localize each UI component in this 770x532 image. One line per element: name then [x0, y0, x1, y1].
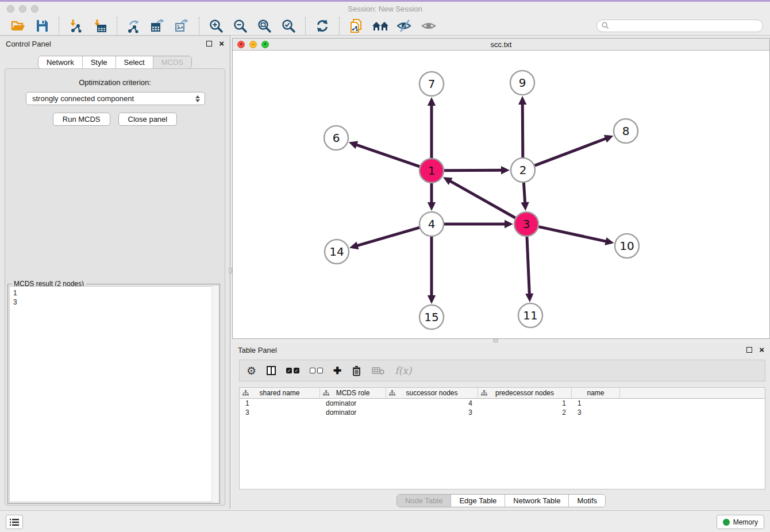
open-session-icon[interactable] — [9, 18, 26, 34]
cell-name[interactable]: 1 — [572, 399, 620, 408]
float-panel-icon[interactable] — [206, 41, 212, 47]
zoom-out-icon[interactable] — [232, 18, 249, 34]
edge-2-8[interactable] — [535, 138, 607, 165]
run-mcds-button[interactable]: Run MCDS — [53, 113, 110, 126]
edge-arrowhead-1-4 — [428, 202, 436, 211]
delete-table-icon — [372, 367, 384, 375]
column-header-shared-name[interactable]: shared name — [240, 388, 320, 398]
float-table-panel-icon[interactable] — [746, 347, 752, 353]
search-input[interactable] — [612, 21, 763, 31]
cell-predecessor-nodes[interactable]: 2 — [478, 408, 572, 417]
cell-successor-nodes[interactable]: 4 — [386, 399, 478, 408]
edge-arrowhead-3-10 — [605, 237, 614, 245]
export-network-icon[interactable] — [125, 18, 143, 34]
cell-predecessor-nodes[interactable]: 1 — [478, 399, 572, 408]
edge-4-14[interactable] — [357, 228, 419, 246]
network-window-titlebar[interactable]: × − + scc.txt — [233, 38, 769, 51]
table-header-row: shared nameMCDS rolesuccessor nodesprede… — [240, 388, 765, 399]
deselect-all-columns-icon[interactable] — [310, 368, 323, 373]
cell-successor-nodes[interactable]: 3 — [386, 408, 478, 417]
edge-3-10[interactable] — [538, 227, 606, 242]
result-scrollbar[interactable] — [211, 286, 218, 502]
zoom-selected-icon[interactable] — [280, 18, 297, 34]
network-graph[interactable]: 7968124314101511 — [233, 51, 769, 338]
edge-arrowhead-1-6 — [349, 141, 359, 149]
cell-mcds-role[interactable]: dominator — [320, 399, 386, 408]
edge-1-2[interactable] — [444, 170, 502, 171]
tab-mcds[interactable]: MCDS — [153, 56, 191, 68]
clone-network-icon[interactable] — [348, 18, 365, 34]
close-panel-icon[interactable]: × — [219, 41, 224, 47]
tab-network-table[interactable]: Network Table — [505, 495, 568, 507]
mcds-result-list[interactable]: 1 3 — [9, 286, 218, 502]
edge-3-1[interactable] — [449, 181, 515, 218]
create-column-icon[interactable]: ✚ — [333, 366, 341, 376]
tab-node-table[interactable]: Node Table — [397, 495, 451, 507]
delete-column-icon[interactable] — [352, 365, 361, 376]
export-table-icon[interactable] — [149, 18, 167, 34]
tab-style[interactable]: Style — [82, 56, 116, 68]
vertical-splitter-grip[interactable] — [229, 268, 232, 273]
control-panel: Control Panel × NetworkStyleSelectMCDS O… — [0, 36, 230, 509]
task-history-button[interactable] — [6, 515, 23, 529]
edge-2-3[interactable] — [523, 183, 525, 203]
maximize-network-button[interactable]: + — [261, 41, 269, 48]
table-panel-header: Table Panel × — [232, 342, 770, 357]
import-network-icon[interactable] — [67, 18, 84, 34]
minimize-window-button[interactable] — [19, 5, 26, 13]
toolbar-search[interactable] — [596, 20, 763, 32]
status-bar: Memory — [0, 510, 770, 532]
zoom-fit-icon[interactable] — [256, 18, 273, 34]
first-neighbors-icon[interactable] — [372, 18, 389, 34]
close-panel-button[interactable]: Close panel — [118, 113, 178, 126]
column-header-name[interactable]: name — [572, 388, 620, 398]
table-toolbar: ⚙ ✓✓ ✚ f(x) — [239, 360, 765, 381]
titlebar: Session: New Session — [0, 2, 770, 16]
import-table-icon[interactable] — [91, 18, 109, 34]
toolbar-separator — [199, 17, 199, 34]
show-columns-icon[interactable] — [267, 366, 276, 375]
function-builder-icon: f(x) — [395, 365, 411, 376]
column-header-successor-nodes[interactable]: successor nodes — [386, 388, 478, 398]
table-settings-icon[interactable]: ⚙ — [247, 365, 256, 376]
table-row-2[interactable]: 3dominator323 — [240, 408, 765, 417]
export-image-icon[interactable] — [174, 18, 191, 34]
window-controls[interactable] — [7, 5, 38, 13]
minimize-network-button[interactable]: − — [249, 41, 257, 48]
close-table-panel-icon[interactable]: × — [759, 347, 764, 353]
memory-label: Memory — [733, 518, 758, 526]
cell-name[interactable]: 3 — [572, 408, 620, 417]
hide-selected-icon[interactable] — [396, 18, 413, 34]
column-header-mcds-role[interactable]: MCDS role — [320, 388, 386, 398]
select-all-columns-icon[interactable]: ✓✓ — [286, 368, 299, 373]
table-panel-title: Table Panel — [238, 346, 277, 354]
close-network-button[interactable]: × — [237, 41, 245, 48]
edge-arrowhead-3-11 — [525, 294, 533, 302]
graph-node-label-2: 2 — [519, 163, 527, 177]
tab-edge-table[interactable]: Edge Table — [451, 495, 505, 507]
network-window-controls[interactable]: × − + — [237, 41, 269, 48]
refresh-icon[interactable] — [314, 18, 331, 34]
cell-shared-name[interactable]: 3 — [240, 408, 320, 417]
table-row-1[interactable]: 1dominator411 — [240, 399, 765, 408]
tab-select[interactable]: Select — [116, 56, 153, 68]
memory-button[interactable]: Memory — [717, 515, 764, 529]
criterion-dropdown[interactable]: strongly connected component — [26, 92, 205, 105]
network-canvas[interactable]: 7968124314101511 — [233, 51, 769, 338]
show-all-icon[interactable] — [420, 18, 437, 34]
maximize-window-button[interactable] — [31, 5, 38, 13]
edge-3-11[interactable] — [527, 237, 529, 295]
tab-network[interactable]: Network — [38, 56, 82, 68]
edge-1-6[interactable] — [356, 145, 419, 167]
edge-arrowhead-4-14 — [349, 241, 359, 249]
control-panel-header: Control Panel × — [0, 36, 230, 51]
close-window-button[interactable] — [7, 5, 14, 13]
edge-2-9[interactable] — [522, 103, 523, 157]
cell-shared-name[interactable]: 1 — [240, 399, 320, 408]
save-session-icon[interactable] — [33, 18, 51, 34]
column-header-predecessor-nodes[interactable]: predecessor nodes — [478, 388, 572, 398]
zoom-in-icon[interactable] — [207, 18, 225, 34]
node-table[interactable]: shared nameMCDS rolesuccessor nodesprede… — [239, 387, 765, 489]
tab-motifs[interactable]: Motifs — [568, 495, 605, 507]
cell-mcds-role[interactable]: dominator — [320, 408, 386, 417]
